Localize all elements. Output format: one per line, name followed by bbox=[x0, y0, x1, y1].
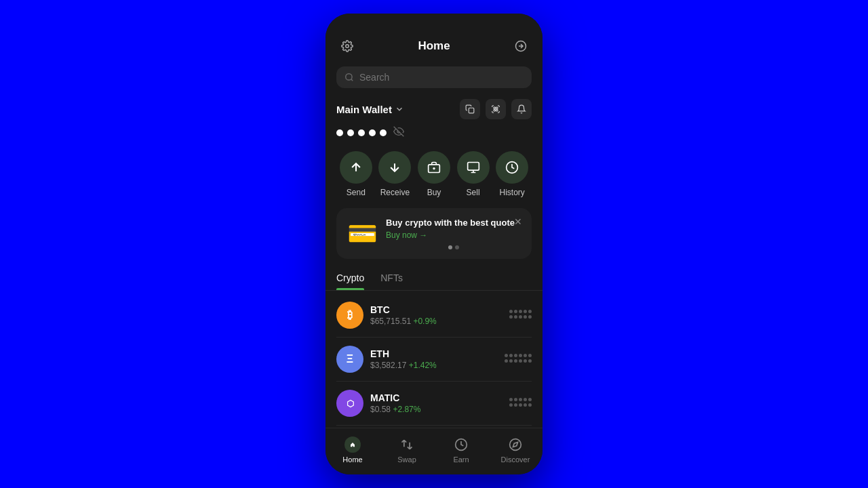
svg-marker-18 bbox=[513, 442, 517, 447]
home-icon bbox=[344, 436, 361, 453]
status-bar bbox=[326, 14, 542, 30]
btc-price: $65,715.51 +0.9% bbox=[370, 317, 502, 326]
bottom-nav: Home Swap Earn Discover bbox=[326, 428, 542, 474]
page-title: Home bbox=[418, 39, 450, 53]
buy-label: Buy bbox=[427, 188, 441, 197]
sell-icon-circle bbox=[457, 151, 490, 184]
crypto-item-eth[interactable]: Ξ ETH $3,582.17 +1.42% bbox=[336, 338, 532, 382]
btc-name: BTC bbox=[370, 304, 502, 315]
eth-icon: Ξ bbox=[336, 346, 363, 373]
nav-earn[interactable]: Earn bbox=[434, 434, 488, 466]
nav-discover[interactable]: Discover bbox=[488, 434, 542, 466]
promo-banner: 💳 Buy crypto with the best quote Buy now… bbox=[336, 208, 532, 259]
matic-value-dots bbox=[509, 398, 532, 401]
svg-point-2 bbox=[346, 74, 352, 80]
nav-home-label: Home bbox=[342, 455, 362, 464]
dot-2 bbox=[347, 129, 354, 136]
svg-rect-6 bbox=[494, 110, 495, 111]
nav-swap[interactable]: Swap bbox=[380, 434, 434, 466]
settings-icon[interactable] bbox=[336, 35, 358, 57]
search-bar[interactable] bbox=[336, 66, 532, 88]
dot-4 bbox=[369, 129, 376, 136]
promo-title: Buy crypto with the best quote bbox=[386, 218, 521, 228]
dot-1 bbox=[336, 129, 343, 136]
history-button[interactable]: History bbox=[496, 151, 528, 197]
matic-icon: ⬡ bbox=[336, 390, 363, 417]
btc-info: BTC $65,715.51 +0.9% bbox=[370, 304, 502, 326]
search-icon bbox=[344, 73, 354, 82]
wallet-connect-icon[interactable] bbox=[510, 35, 532, 57]
receive-label: Receive bbox=[380, 188, 410, 197]
nav-home[interactable]: Home bbox=[326, 434, 380, 466]
eth-name: ETH bbox=[370, 348, 498, 359]
crypto-list: ₿ BTC $65,715.51 +0.9% bbox=[326, 293, 542, 428]
tab-crypto[interactable]: Crypto bbox=[336, 267, 364, 290]
wallet-actions bbox=[460, 99, 532, 119]
wallet-name[interactable]: Main Wallet bbox=[336, 104, 404, 115]
svg-rect-7 bbox=[496, 110, 498, 111]
send-icon-circle bbox=[340, 151, 372, 184]
nav-earn-label: Earn bbox=[453, 455, 469, 464]
phone-frame: Home Main Wallet bbox=[326, 14, 542, 474]
dot-3 bbox=[358, 129, 365, 136]
matic-info: MATIC $0.58 +2.87% bbox=[370, 392, 502, 414]
promo-content: Buy crypto with the best quote Buy now → bbox=[386, 218, 521, 249]
matic-price: $0.58 +2.87% bbox=[370, 405, 502, 414]
nav-discover-label: Discover bbox=[501, 455, 530, 464]
promo-dot-2 bbox=[455, 245, 459, 249]
discover-icon bbox=[507, 436, 524, 453]
eth-value-dots bbox=[505, 354, 532, 357]
receive-button[interactable]: Receive bbox=[378, 151, 411, 197]
sell-label: Sell bbox=[467, 188, 480, 197]
btc-value-dots bbox=[509, 310, 532, 313]
nav-swap-label: Swap bbox=[397, 455, 416, 464]
earn-icon bbox=[453, 436, 469, 453]
matic-fiat-dots bbox=[509, 403, 532, 407]
btc-balance bbox=[509, 310, 532, 321]
svg-point-0 bbox=[346, 45, 349, 48]
btc-fiat-dots bbox=[509, 315, 532, 319]
eye-slash-icon[interactable] bbox=[393, 126, 404, 139]
scan-button[interactable] bbox=[486, 99, 506, 119]
btc-icon: ₿ bbox=[336, 302, 363, 329]
svg-rect-4 bbox=[494, 107, 495, 108]
copy-button[interactable] bbox=[460, 99, 480, 119]
eth-price: $3,582.17 +1.42% bbox=[370, 361, 498, 370]
svg-rect-14 bbox=[467, 163, 479, 171]
balance-dots bbox=[326, 123, 542, 146]
asset-tabs: Crypto NFTs bbox=[326, 267, 542, 291]
chevron-down-icon bbox=[395, 104, 404, 114]
bell-button[interactable] bbox=[511, 99, 532, 119]
action-buttons: Send Receive Buy Sell History bbox=[326, 146, 542, 205]
eth-balance bbox=[505, 354, 532, 365]
matic-name: MATIC bbox=[370, 392, 502, 403]
buy-button[interactable]: Buy bbox=[418, 151, 450, 197]
svg-rect-5 bbox=[496, 107, 498, 108]
sell-button[interactable]: Sell bbox=[457, 151, 490, 197]
promo-illustration: 💳 bbox=[347, 222, 378, 246]
swap-icon bbox=[399, 436, 415, 453]
wallet-row: Main Wallet bbox=[326, 92, 542, 123]
history-label: History bbox=[500, 188, 525, 197]
crypto-item-btc[interactable]: ₿ BTC $65,715.51 +0.9% bbox=[336, 293, 532, 338]
svg-point-17 bbox=[510, 439, 521, 451]
buy-icon-circle bbox=[418, 151, 450, 184]
promo-buy-link[interactable]: Buy now → bbox=[386, 230, 521, 240]
top-bar: Home bbox=[326, 30, 542, 62]
dot-5 bbox=[380, 129, 387, 136]
history-icon-circle bbox=[496, 151, 528, 184]
crypto-item-matic[interactable]: ⬡ MATIC $0.58 +2.87% bbox=[336, 382, 532, 426]
send-button[interactable]: Send bbox=[340, 151, 372, 197]
tab-nfts[interactable]: NFTs bbox=[380, 267, 403, 290]
svg-rect-3 bbox=[469, 108, 474, 113]
search-input[interactable] bbox=[359, 72, 524, 83]
receive-icon-circle bbox=[378, 151, 411, 184]
eth-info: ETH $3,582.17 +1.42% bbox=[370, 348, 498, 370]
matic-balance bbox=[509, 398, 532, 409]
send-label: Send bbox=[347, 188, 366, 197]
promo-page-dots bbox=[386, 245, 521, 249]
eth-fiat-dots bbox=[505, 359, 532, 363]
promo-close-button[interactable]: ✕ bbox=[511, 215, 525, 228]
promo-dot-1 bbox=[448, 245, 452, 249]
